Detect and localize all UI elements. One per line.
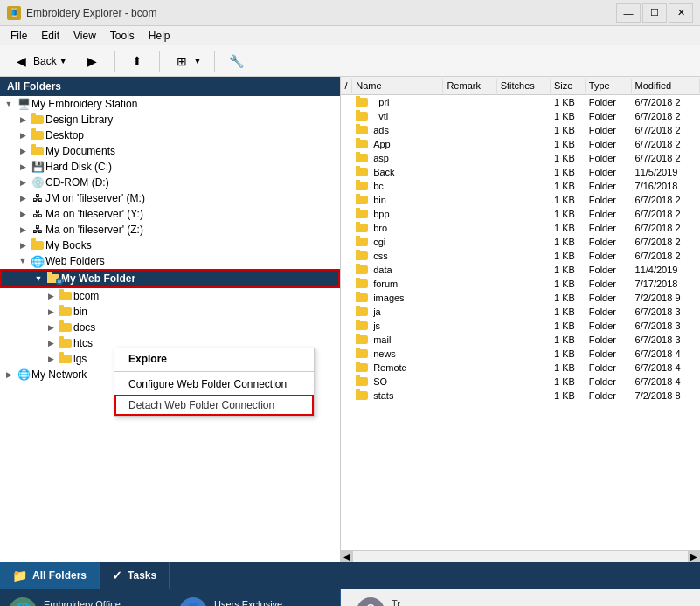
menu-file[interactable]: File [3, 28, 34, 44]
folder-tab-icon: 📁 [12, 568, 27, 582]
table-row[interactable]: SO 1 KB Folder 6/7/2018 4 [341, 375, 700, 389]
expand-icon[interactable]: ▶ [16, 115, 30, 124]
file-cell-stitches [497, 367, 551, 368]
table-row[interactable]: _pri 1 KB Folder 6/7/2018 2 [341, 95, 700, 109]
tree-cd-rom[interactable]: ▶ 💿 CD-ROM (D:) [0, 175, 340, 190]
ctx-detach[interactable]: Detach Web Folder Connection [114, 395, 314, 416]
expand-icon[interactable]: ▶ [16, 162, 30, 171]
tree-hard-disk[interactable]: ▶ 💾 Hard Disk (C:) [0, 159, 340, 175]
tree-web-folders[interactable]: ▼ 🌐 Web Folders [0, 253, 340, 269]
file-cell-type: Folder [586, 362, 632, 374]
menu-help[interactable]: Help [142, 28, 177, 44]
table-row[interactable]: images 1 KB Folder 7/2/2018 9 [341, 291, 700, 305]
table-row[interactable]: cgi 1 KB Folder 6/7/2018 2 [341, 235, 700, 249]
col-remark[interactable]: Remark [443, 79, 496, 93]
up-button[interactable]: ⬆ [121, 48, 153, 74]
horizontal-scrollbar[interactable]: ◀ ▶ [341, 550, 700, 562]
file-list[interactable]: _pri 1 KB Folder 6/7/2018 2 _vti 1 KB Fo… [341, 95, 700, 550]
menu-tools[interactable]: Tools [103, 28, 142, 44]
folder-icon [58, 336, 73, 350]
tree-bin[interactable]: ▶ bin [0, 304, 340, 320]
table-row[interactable]: css 1 KB Folder 6/7/2018 2 [341, 249, 700, 263]
table-row[interactable]: Remote 1 KB Folder 6/7/2018 4 [341, 361, 700, 375]
table-row[interactable]: App 1 KB Folder 6/7/2018 2 [341, 137, 700, 151]
forward-button[interactable]: ▶ [77, 48, 108, 74]
col-modified[interactable]: Modified [632, 79, 700, 93]
tree-ma-fileserver-z[interactable]: ▶ 🖧 Ma on 'fileserver' (Z:) [0, 222, 340, 238]
expand-icon[interactable]: ▶ [16, 194, 30, 203]
minimize-button[interactable]: — [616, 3, 641, 23]
expand-icon[interactable]: ▼ [31, 274, 45, 283]
expand-icon[interactable]: ▶ [16, 178, 30, 187]
expand-icon[interactable]: ▼ [16, 257, 30, 265]
tree-my-web-folder[interactable]: ▼ w My Web Folder [0, 269, 340, 288]
file-cell-type: Folder [586, 236, 632, 248]
ctx-configure[interactable]: Configure Web Folder Connection [114, 374, 314, 395]
tab-tasks[interactable]: ✓ Tasks [100, 562, 170, 589]
table-row[interactable]: bc 1 KB Folder 7/16/2018 [341, 179, 700, 193]
tree-jm-fileserver[interactable]: ▶ 🖧 JM on 'fileserver' (M:) [0, 190, 340, 206]
expand-icon[interactable]: ▼ [2, 100, 16, 108]
back-button[interactable]: ◀ Back ▼ [5, 48, 73, 74]
table-row[interactable]: news 1 KB Folder 6/7/2018 4 [341, 347, 700, 361]
expand-icon[interactable]: ▶ [16, 131, 30, 140]
tree-bcom[interactable]: ▶ bcom [0, 288, 340, 304]
expand-icon[interactable]: ▶ [44, 292, 58, 300]
table-row[interactable]: js 1 KB Folder 6/7/2018 3 [341, 319, 700, 333]
close-button[interactable]: ✕ [669, 3, 693, 23]
tree-desktop[interactable]: ▶ Desktop [0, 127, 340, 143]
col-type[interactable]: Type [586, 79, 632, 93]
users-exclusive-link[interactable]: 👤 Users Exclusive Service Center [170, 589, 341, 606]
tree-label: Web Folders [45, 255, 105, 267]
folder-icon [356, 140, 368, 148]
all-folders-label: All Folders [7, 80, 61, 93]
expand-icon[interactable]: ▶ [2, 370, 16, 379]
expand-icon[interactable]: ▶ [16, 225, 30, 234]
ctx-explore[interactable]: Explore [114, 348, 314, 369]
expand-icon[interactable]: ▶ [16, 147, 30, 155]
table-row[interactable]: _vti 1 KB Folder 6/7/2018 2 [341, 109, 700, 123]
table-row[interactable]: forum 1 KB Folder 7/17/2018 [341, 277, 700, 291]
table-row[interactable]: bpp 1 KB Folder 6/7/2018 2 [341, 207, 700, 221]
table-row[interactable]: ads 1 KB Folder 6/7/2018 2 [341, 123, 700, 137]
expand-icon[interactable]: ▶ [44, 339, 58, 348]
table-row[interactable]: data 1 KB Folder 11/4/2019 [341, 263, 700, 277]
tree-ma-fileserver-y[interactable]: ▶ 🖧 Ma on 'fileserver' (Y:) [0, 206, 340, 222]
window-title: Embroidery Explorer - bcom [26, 7, 156, 19]
users-exclusive-text: Users Exclusive Service Center [214, 598, 282, 606]
view-button[interactable]: ⊞ ▼ [166, 48, 208, 74]
tech-support-link[interactable]: ? Tr Te [348, 589, 693, 607]
table-row[interactable]: bin 1 KB Folder 6/7/2018 2 [341, 193, 700, 207]
tab-all-folders[interactable]: 📁 All Folders [0, 562, 100, 589]
file-cell-name: asp [352, 152, 443, 164]
menu-view[interactable]: View [66, 28, 103, 44]
table-row[interactable]: stats 1 KB Folder 7/2/2018 8 [341, 389, 700, 403]
tree-my-documents[interactable]: ▶ My Documents [0, 143, 340, 159]
col-name[interactable]: Name [352, 79, 443, 93]
view-dropdown-icon[interactable]: ▼ [194, 57, 202, 65]
tree-my-books[interactable]: ▶ My Books [0, 238, 340, 253]
expand-icon[interactable]: ▶ [44, 307, 58, 316]
table-row[interactable]: mail 1 KB Folder 6/7/2018 3 [341, 333, 700, 347]
tab-all-folders-label: All Folders [32, 569, 87, 582]
tree-docs[interactable]: ▶ docs [0, 320, 340, 335]
expand-icon[interactable]: ▶ [16, 241, 30, 250]
tree-area[interactable]: ▼ 🖥️ My Embroidery Station ▶ Design Libr… [0, 96, 340, 562]
table-row[interactable]: ja 1 KB Folder 6/7/2018 3 [341, 305, 700, 319]
expand-icon[interactable]: ▶ [44, 355, 58, 363]
tree-design-library[interactable]: ▶ Design Library [0, 112, 340, 127]
expand-icon[interactable]: ▶ [44, 323, 58, 332]
col-stitches[interactable]: Stitches [497, 79, 551, 93]
table-row[interactable]: Back 1 KB Folder 11/5/2019 [341, 165, 700, 179]
table-row[interactable]: bro 1 KB Folder 6/7/2018 2 [341, 221, 700, 235]
embroidery-office-link[interactable]: 🌐 Embroidery Office Official Web Site [0, 589, 170, 606]
table-row[interactable]: asp 1 KB Folder 6/7/2018 2 [341, 151, 700, 165]
back-dropdown-icon[interactable]: ▼ [59, 57, 67, 65]
expand-icon[interactable]: ▶ [16, 210, 30, 218]
col-sort[interactable]: / [341, 79, 352, 93]
tree-my-embroidery-station[interactable]: ▼ 🖥️ My Embroidery Station [0, 96, 340, 112]
col-size[interactable]: Size [551, 79, 586, 93]
options-button[interactable]: 🔧 [221, 48, 253, 74]
menu-edit[interactable]: Edit [34, 28, 66, 44]
maximize-button[interactable]: ☐ [642, 3, 667, 23]
